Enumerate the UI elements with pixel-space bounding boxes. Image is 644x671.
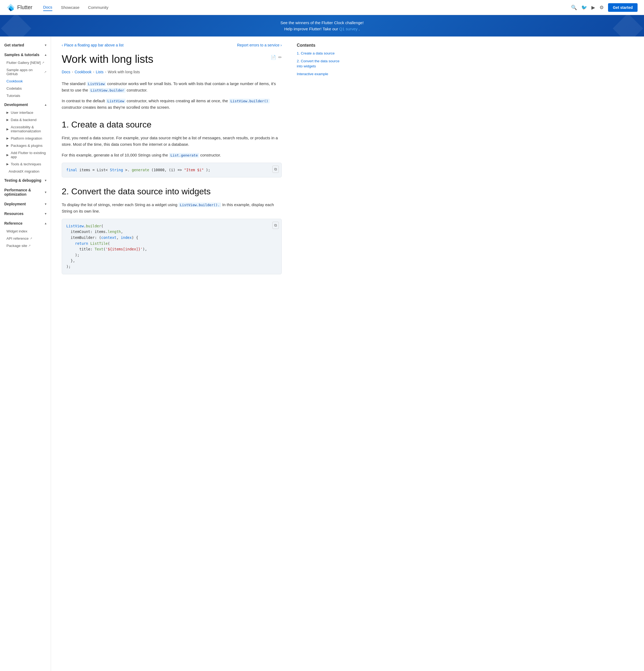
external-link-icon: ↗ <box>30 237 32 240</box>
sidebar-section-reference: Reference ▴ Widget index API reference ↗… <box>0 219 51 249</box>
code-listview-builder: ListView.builder <box>89 88 126 92</box>
title-action-icons: 📄 ✏ <box>271 55 282 60</box>
banner-line2: Help improve Flutter! Take our Q1 survey… <box>5 27 639 31</box>
code-line: ); <box>66 264 269 270</box>
sidebar-label-testing: Testing & debugging <box>4 178 41 182</box>
banner-survey-link[interactable]: Q1 survey <box>339 27 358 31</box>
sidebar-item-codelabs[interactable]: Codelabs <box>0 85 51 92</box>
twitter-button[interactable]: 🐦 <box>581 4 587 11</box>
code-text: (10000, (i) => <box>151 168 184 172</box>
logo[interactable]: Flutter <box>7 3 33 12</box>
section1-heading: 1. Create a data source <box>62 119 282 130</box>
sidebar-label-samples: Samples & tutorials <box>4 53 39 57</box>
code-text: >. <box>125 168 130 172</box>
youtube-icon: ▶ <box>591 4 595 11</box>
sidebar-header-reference[interactable]: Reference ▴ <box>0 219 51 228</box>
github-button[interactable]: ⚙ <box>600 4 604 11</box>
search-button[interactable]: 🔍 <box>571 4 577 11</box>
sidebar-section-performance: Performance & optimization ▾ <box>0 186 51 199</box>
sidebar-header-performance[interactable]: Performance & optimization ▾ <box>0 186 51 199</box>
breadcrumb-cookbook[interactable]: Cookbook <box>75 70 91 74</box>
sidebar-item-packages-plugins[interactable]: ▶ Packages & plugins <box>0 142 51 149</box>
sidebar-header-deployment[interactable]: Deployment ▾ <box>0 200 51 208</box>
prev-page-link[interactable]: ‹ Place a floating app bar above a list <box>62 43 124 47</box>
sidebar-label-get-started: Get started <box>4 43 24 47</box>
breadcrumb-docs[interactable]: Docs <box>62 70 70 74</box>
sidebar-header-get-started[interactable]: Get started ▾ <box>0 41 51 49</box>
chevron-down-icon: ▾ <box>45 179 47 182</box>
top-nav: Flutter Docs Showcase Community 🔍 🐦 ▶ ⚙ … <box>0 0 644 15</box>
twitter-icon: 🐦 <box>581 4 587 11</box>
sidebar-item-user-interface[interactable]: ▶ User interface <box>0 109 51 116</box>
sidebar-item-label: Tutorials <box>7 94 20 98</box>
arrow-right-icon: ▶ <box>7 144 9 147</box>
code-line: title: Text('${items[index]}'), <box>66 246 269 252</box>
next-page-link[interactable]: Report errors to a service › <box>237 43 282 47</box>
sidebar-section-testing: Testing & debugging ▾ <box>0 176 51 185</box>
sidebar-item-package-site[interactable]: Package site ↗ <box>0 242 51 249</box>
arrow-right-icon: ▶ <box>7 111 9 114</box>
sidebar-label-performance: Performance & optimization <box>4 188 45 197</box>
code-keyword: String <box>110 168 123 172</box>
sidebar-item-cookbook[interactable]: Cookbook <box>0 78 51 85</box>
sidebar-item-flutter-gallery[interactable]: Flutter Gallery [NEW] ↗ <box>0 59 51 66</box>
sidebar-label-development: Development <box>4 102 28 107</box>
sidebar-item-accessibility[interactable]: ▶ Accessibility & internationalization <box>0 124 51 135</box>
sidebar-header-testing[interactable]: Testing & debugging ▾ <box>0 176 51 185</box>
sidebar-item-label: Packages & plugins <box>11 143 43 148</box>
copy-page-icon[interactable]: 📄 <box>271 55 276 60</box>
sidebar-item-tools-techniques[interactable]: ▶ Tools & techniques <box>0 161 51 168</box>
youtube-button[interactable]: ▶ <box>591 4 595 11</box>
sidebar-section-resources: Resources ▾ <box>0 210 51 218</box>
sidebar-item-add-flutter[interactable]: ▶ Add Flutter to existing app <box>0 149 51 161</box>
sidebar-item-sample-apps[interactable]: Sample apps on GitHub ↗ <box>0 66 51 78</box>
edit-page-icon[interactable]: ✏ <box>278 55 282 60</box>
sidebar-item-widget-index[interactable]: Widget index <box>0 228 51 235</box>
sidebar-item-label: Accessibility & internationalization <box>11 125 47 133</box>
sidebar-item-androidx[interactable]: AndroidX migration <box>0 168 51 175</box>
code-line: return ListTile( <box>66 241 269 246</box>
code-listview: ListView <box>87 81 106 86</box>
contents-link-1[interactable]: 1. Create a data source <box>297 51 342 56</box>
sidebar-item-label: Data & backend <box>11 118 37 122</box>
nav-showcase[interactable]: Showcase <box>61 4 79 11</box>
nav-docs[interactable]: Docs <box>43 4 52 11</box>
sidebar-item-data-backend[interactable]: ▶ Data & backend <box>0 116 51 124</box>
copy-code-button[interactable]: ⧉ <box>272 166 279 173</box>
breadcrumb-lists[interactable]: Lists <box>96 70 104 74</box>
page-title-row: Work with long lists 📄 ✏ <box>62 53 282 65</box>
chevron-up-icon: ▴ <box>45 53 47 56</box>
external-link-icon: ↗ <box>42 61 44 64</box>
breadcrumb-current: Work with long lists <box>108 70 140 74</box>
get-started-button[interactable]: Get started <box>608 3 637 12</box>
code-line: itemBuilder: (context, index) { <box>66 235 269 241</box>
contents-link-interactive[interactable]: Interactive example <box>297 72 342 77</box>
sidebar-header-samples[interactable]: Samples & tutorials ▴ <box>0 50 51 59</box>
nav-links: Docs Showcase Community <box>43 4 108 11</box>
copy-code-button-2[interactable]: ⧉ <box>272 222 279 229</box>
right-sidebar-contents: Contents 1. Create a data source 2. Conv… <box>293 37 346 671</box>
contents-link-2[interactable]: 2. Convert the data source into widgets <box>297 59 342 69</box>
article-body: The standard ListView constructor works … <box>62 80 282 274</box>
sidebar-item-api-reference[interactable]: API reference ↗ <box>0 235 51 242</box>
section1-para2: For this example, generate a list of 10,… <box>62 152 282 159</box>
page-navigation: ‹ Place a floating app bar above a list … <box>62 43 282 47</box>
chevron-up-icon: ▴ <box>45 103 47 106</box>
sidebar-item-label: Add Flutter to existing app <box>11 151 47 159</box>
sidebar-section-development: Development ▴ ▶ User interface ▶ Data & … <box>0 100 51 175</box>
sidebar-section-get-started: Get started ▾ <box>0 41 51 49</box>
chevron-down-icon: ▾ <box>45 202 47 206</box>
sidebar-item-tutorials[interactable]: Tutorials <box>0 92 51 99</box>
sidebar-header-resources[interactable]: Resources ▾ <box>0 210 51 218</box>
search-icon: 🔍 <box>571 4 577 11</box>
chevron-down-icon: ▾ <box>45 212 47 216</box>
sidebar-item-label: Flutter Gallery [NEW] <box>7 61 41 65</box>
sidebar-label-resources: Resources <box>4 212 24 216</box>
sidebar-item-label: Package site <box>7 244 27 248</box>
sidebar-header-development[interactable]: Development ▴ <box>0 100 51 109</box>
sidebar-item-platform-integration[interactable]: ▶ Platform integration <box>0 135 51 142</box>
nav-community[interactable]: Community <box>88 4 108 11</box>
sidebar-item-label: User interface <box>11 111 33 115</box>
sidebar-section-samples: Samples & tutorials ▴ Flutter Gallery [N… <box>0 50 51 99</box>
code-text: ); <box>206 168 210 172</box>
